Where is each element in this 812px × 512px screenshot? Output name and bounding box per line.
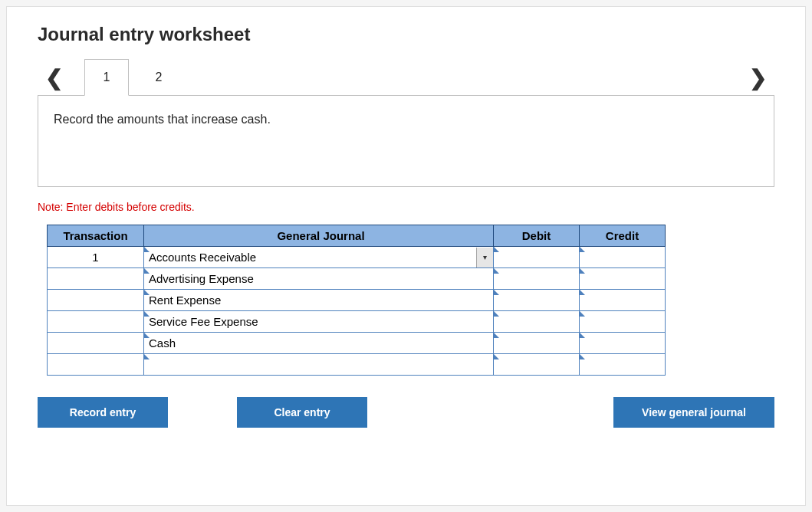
account-value: Accounts Receivable xyxy=(149,251,476,264)
record-entry-button[interactable]: Record entry xyxy=(38,397,168,428)
credit-cell[interactable] xyxy=(580,268,666,290)
credit-cell[interactable] xyxy=(580,311,666,333)
debit-cell[interactable] xyxy=(494,268,580,290)
tx-cell[interactable] xyxy=(48,290,144,311)
credit-cell[interactable] xyxy=(580,290,666,311)
table-row: Rent Expense xyxy=(48,290,666,311)
table-row: Service Fee Expense xyxy=(48,311,666,333)
table-row xyxy=(48,354,666,376)
account-cell[interactable]: Rent Expense xyxy=(144,290,494,311)
instruction-box: Record the amounts that increase cash. xyxy=(38,95,774,187)
table-row: Advertising Expense xyxy=(48,268,666,290)
header-general-journal: General Journal xyxy=(144,225,494,247)
chevron-left-icon[interactable]: ❮ xyxy=(38,65,71,90)
credit-cell[interactable] xyxy=(580,354,666,376)
page-title: Journal entry worksheet xyxy=(38,24,774,45)
account-cell[interactable]: Advertising Expense xyxy=(144,268,494,290)
tx-cell[interactable] xyxy=(48,311,144,333)
account-cell[interactable]: Service Fee Expense xyxy=(144,311,494,333)
credit-cell[interactable] xyxy=(580,333,666,354)
tx-cell[interactable] xyxy=(48,354,144,376)
account-cell[interactable]: Accounts Receivable ▾ xyxy=(144,247,494,268)
tab-1[interactable]: 1 xyxy=(84,59,129,96)
tab-2[interactable]: 2 xyxy=(136,59,181,96)
debit-cell[interactable] xyxy=(494,311,580,333)
note-text: Note: Enter debits before credits. xyxy=(38,201,774,213)
table-row: Cash xyxy=(48,333,666,354)
clear-entry-button[interactable]: Clear entry xyxy=(237,397,367,428)
chevron-right-icon[interactable]: ❯ xyxy=(741,65,774,90)
tx-cell[interactable] xyxy=(48,268,144,290)
instruction-text: Record the amounts that increase cash. xyxy=(54,113,271,126)
dropdown-arrow-icon[interactable]: ▾ xyxy=(476,248,493,267)
header-transaction: Transaction xyxy=(48,225,144,247)
table-row: 1 Accounts Receivable ▾ xyxy=(48,247,666,268)
account-cell[interactable]: Cash xyxy=(144,333,494,354)
button-row: Record entry Clear entry View general jo… xyxy=(38,397,774,428)
credit-cell[interactable] xyxy=(580,247,666,268)
debit-cell[interactable] xyxy=(494,354,580,376)
header-credit: Credit xyxy=(580,225,666,247)
view-general-journal-button[interactable]: View general journal xyxy=(613,397,774,428)
tx-cell[interactable] xyxy=(48,333,144,354)
account-cell[interactable] xyxy=(144,354,494,376)
header-debit: Debit xyxy=(494,225,580,247)
tx-cell[interactable]: 1 xyxy=(48,247,144,268)
tab-nav: ❮ 1 2 ❯ xyxy=(38,59,774,96)
journal-table: Transaction General Journal Debit Credit… xyxy=(47,225,666,376)
debit-cell[interactable] xyxy=(494,333,580,354)
debit-cell[interactable] xyxy=(494,290,580,311)
debit-cell[interactable] xyxy=(494,247,580,268)
